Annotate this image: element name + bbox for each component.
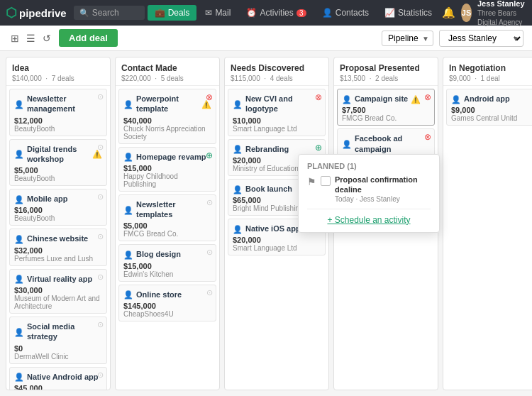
- card-vr-app[interactable]: 👤 Virtual reality app $30,000 Museum of …: [9, 269, 107, 314]
- user-select[interactable]: Jess Stanley: [439, 30, 523, 47]
- card-title: Native iOS app: [245, 224, 301, 233]
- popup-task-info: Proposal confirmation dealine Today · Je…: [335, 175, 431, 203]
- deals-icon: 💼: [155, 8, 165, 18]
- deals-label: Deals: [168, 8, 190, 18]
- card-action-icon[interactable]: ⊙: [97, 320, 104, 329]
- task-checkbox[interactable]: [321, 176, 331, 186]
- card-social-media[interactable]: 👤 Social media strategy $0 DermaWell Cli…: [9, 317, 107, 364]
- card-powerpoint[interactable]: 👤 Powerpoint template ⚠️ $40,000 Chuck N…: [118, 89, 216, 144]
- user-select-wrapper: Jess Stanley ▼: [439, 30, 523, 47]
- column-idea-body: 👤 Newsletter management $12,000 BeautyBo…: [6, 86, 110, 390]
- card-amount: $5,000: [14, 166, 102, 175]
- activity-popup: PLANNED (1) ⚑ Proposal confirmation deal…: [298, 154, 440, 233]
- search-box[interactable]: 🔍 Search: [74, 6, 145, 20]
- refresh-icon[interactable]: ↺: [40, 31, 53, 46]
- card-newsletter-management[interactable]: 👤 Newsletter management $12,000 BeautyBo…: [9, 89, 107, 136]
- card-action-icon[interactable]: ⊙: [97, 273, 104, 282]
- nav-item-contacts[interactable]: 👤 Contacts: [315, 5, 376, 21]
- card-company: Games Central Unitd: [451, 114, 532, 122]
- pipeline-select[interactable]: Pipeline: [382, 31, 433, 46]
- card-action-icon[interactable]: ⊙: [97, 232, 104, 241]
- column-in-negotiation: In Negotiation $9,000 · 1 deal 👤 Android…: [443, 57, 532, 390]
- card-title: Social media strategy: [27, 321, 102, 342]
- nav-item-mail[interactable]: ✉ Mail: [198, 5, 238, 21]
- person-icon: 👤: [342, 95, 352, 104]
- card-action-icon[interactable]: ⊙: [206, 198, 213, 207]
- card-company: BeautyBooth: [14, 125, 102, 133]
- card-amount: $45,000: [14, 384, 102, 390]
- column-idea-title: Idea: [12, 63, 104, 73]
- popup-section-title: PLANNED (1): [307, 162, 431, 170]
- person-icon: 👤: [123, 153, 133, 162]
- card-company: CheapShoes4U: [123, 310, 211, 318]
- card-title: Book launch: [245, 184, 292, 194]
- nav-item-statistics[interactable]: 📈 Statistics: [377, 5, 439, 21]
- status-green-icon: ⊕: [206, 150, 213, 160]
- column-needs-discovered-header: Needs Discovered $115,000 · 4 deals: [225, 57, 328, 86]
- person-icon: 👤: [123, 290, 133, 299]
- person-icon: 👤: [233, 145, 243, 154]
- person-icon: 👤: [233, 100, 243, 109]
- card-action-icon[interactable]: ⊙: [206, 288, 213, 297]
- person-icon: 👤: [123, 100, 133, 109]
- pipeline-select-wrapper: Pipeline ▼: [382, 31, 433, 46]
- person-icon: 👤: [14, 275, 24, 284]
- user-name: Jess Stanley: [477, 0, 526, 9]
- card-amount: $0: [14, 344, 102, 353]
- card-blog-design[interactable]: 👤 Blog design $15,000 Edwin's Kitchen ⊙: [118, 244, 216, 281]
- card-title: Newsletter templates: [136, 199, 211, 220]
- statistics-label: Statistics: [398, 8, 432, 18]
- activities-label: Activities: [260, 8, 293, 18]
- add-deal-button[interactable]: Add deal: [59, 29, 118, 47]
- card-company: Smart Language Ltd: [233, 125, 321, 133]
- person-icon: 👤: [14, 373, 24, 382]
- card-company: Chuck Norris Appreciation Society: [123, 125, 211, 141]
- person-icon: 👤: [233, 225, 243, 234]
- contacts-label: Contacts: [336, 8, 369, 18]
- list-view-icon[interactable]: ☰: [24, 31, 38, 46]
- column-proposal-presented-body: 👤 Campaign site ⚠️ $7,500 FMCG Bread Co.…: [334, 86, 438, 390]
- card-action-icon[interactable]: ⊙: [206, 248, 213, 257]
- card-mobile-app[interactable]: 👤 Mobile app $16,000 BeautyBooth ⊙: [9, 189, 107, 226]
- card-action-icon[interactable]: ⊙: [97, 92, 104, 101]
- flag-icon: ⚑: [307, 176, 316, 187]
- schedule-activity-link[interactable]: + Schedule an activity: [327, 215, 410, 225]
- card-company: Perfumes Luxe and Lush: [14, 255, 102, 263]
- search-placeholder: Search: [92, 8, 119, 18]
- kanban-board: Idea $140,000 · 7 deals 👤 Newsletter man…: [0, 51, 532, 396]
- column-in-negotiation-count: 1 deal: [481, 75, 500, 82]
- column-idea-header: Idea $140,000 · 7 deals: [6, 57, 110, 86]
- kanban-view-icon[interactable]: ⊞: [9, 31, 21, 46]
- card-action-icon[interactable]: ⊙: [97, 370, 104, 380]
- column-contact-made-total: $220,000: [121, 75, 151, 82]
- mail-label: Mail: [215, 8, 231, 18]
- popup-task-meta: Today · Jess Stanley: [335, 195, 431, 203]
- column-in-negotiation-total: $9,000: [449, 75, 471, 82]
- status-red-icon: ⊗: [424, 92, 431, 102]
- card-chinese-website[interactable]: 👤 Chinese website $32,000 Perfumes Luxe …: [9, 229, 107, 265]
- card-online-store[interactable]: 👤 Online store $145,000 CheapShoes4U ⊙: [118, 285, 216, 321]
- statistics-icon: 📈: [384, 8, 395, 18]
- card-title: Digital trends workshop: [27, 144, 89, 165]
- card-action-icon[interactable]: ⊙: [97, 143, 104, 152]
- card-android-app[interactable]: 👤 Android app $9,000 Games Central Unitd…: [446, 89, 532, 126]
- card-new-cvi[interactable]: 👤 New CVI and logotype $10,000 Smart Lan…: [228, 89, 326, 136]
- card-title: Native Android app: [27, 372, 98, 382]
- card-digital-trends[interactable]: 👤 Digital trends workshop ⚠️ $5,000 Beau…: [9, 139, 107, 187]
- column-needs-discovered-meta: $115,000 · 4 deals: [231, 75, 323, 82]
- card-title: Mobile app: [27, 194, 67, 204]
- card-company: FMCG Bread Co.: [123, 230, 211, 238]
- nav-item-activities[interactable]: ⏰ Activities 3: [239, 5, 313, 21]
- card-native-android[interactable]: 👤 Native Android app $45,000 Smart Langu…: [9, 367, 107, 390]
- card-newsletter-templates[interactable]: 👤 Newsletter templates $5,000 FMCG Bread…: [118, 194, 216, 242]
- bell-icon[interactable]: 🔔: [442, 6, 455, 19]
- card-company: DermaWell Clinic: [14, 353, 102, 361]
- card-action-icon[interactable]: ⊙: [97, 192, 104, 202]
- warning-icon: ⚠️: [411, 95, 421, 104]
- card-campaign-site[interactable]: 👤 Campaign site ⚠️ $7,500 FMCG Bread Co.…: [337, 89, 435, 126]
- brand-icon: ⬡: [6, 5, 17, 21]
- card-amount: $9,000: [451, 106, 532, 114]
- card-homepage-revamp[interactable]: 👤 Homepage revamp $15,000 Happy Childhoo…: [118, 147, 216, 192]
- status-green-icon: ⊕: [315, 143, 322, 153]
- nav-item-deals[interactable]: 💼 Deals: [148, 5, 197, 21]
